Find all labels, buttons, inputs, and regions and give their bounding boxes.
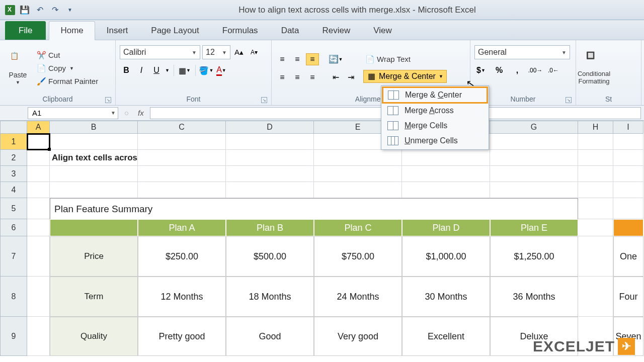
cell[interactable] — [578, 277, 613, 317]
tab-review[interactable]: Review — [311, 21, 362, 40]
align-top-button[interactable]: ≡ — [276, 53, 289, 65]
increase-decimal-button[interactable]: .00→ — [529, 64, 542, 76]
tab-data[interactable]: Data — [270, 21, 311, 40]
cell[interactable] — [138, 166, 226, 182]
currency-button[interactable]: $▼ — [474, 64, 488, 76]
cell[interactable] — [490, 166, 578, 182]
plan-header[interactable]: Plan C — [314, 219, 402, 236]
cell[interactable] — [578, 150, 613, 166]
plan-cell[interactable]: Very good — [314, 317, 402, 356]
cell[interactable] — [613, 198, 643, 219]
cell[interactable] — [226, 182, 314, 198]
plan-cell[interactable]: Four — [613, 277, 643, 317]
unmerge-cells-option[interactable]: Unmerge Cells — [382, 133, 488, 148]
plan-cell[interactable]: 24 Months — [314, 277, 402, 317]
cell[interactable] — [490, 134, 578, 150]
select-all-corner[interactable] — [0, 121, 27, 134]
wrap-text-button[interactable]: 📄Wrap Text — [363, 54, 447, 65]
cell[interactable] — [226, 134, 314, 150]
align-center-button[interactable]: ≡ — [291, 71, 304, 83]
cell[interactable] — [402, 150, 490, 166]
plan-cell[interactable]: Pretty good — [138, 317, 226, 356]
merge-and-center-option[interactable]: Merge & Center — [382, 86, 488, 104]
cell[interactable] — [27, 317, 50, 356]
percent-button[interactable]: % — [493, 64, 506, 76]
decrease-decimal-button[interactable]: .0← — [547, 64, 560, 76]
plan-cell[interactable]: $250.00 — [138, 236, 226, 277]
plan-cell[interactable]: Good — [226, 317, 314, 356]
plan-header-orange[interactable] — [613, 219, 643, 236]
save-button[interactable]: 💾 — [19, 5, 30, 16]
number-launcher[interactable]: ↘ — [566, 97, 572, 103]
borders-button[interactable]: ▦▼ — [178, 64, 191, 76]
col-header-D[interactable]: D — [226, 121, 314, 134]
row-header-8[interactable]: 8 — [0, 277, 27, 317]
italic-button[interactable]: I — [135, 64, 148, 76]
row-header-1[interactable]: 1 — [0, 134, 27, 150]
cell[interactable] — [578, 219, 613, 236]
increase-font-button[interactable]: A▴ — [232, 46, 246, 58]
merge-center-button[interactable]: ▦ Merge & Center ▼ — [363, 70, 447, 83]
row-header-6[interactable]: 6 — [0, 219, 27, 236]
plan-row-label[interactable]: Quality — [50, 317, 138, 356]
cell[interactable] — [613, 182, 643, 198]
cell[interactable] — [27, 219, 50, 236]
col-header-G[interactable]: G — [490, 121, 578, 134]
plan-cell[interactable]: 30 Months — [402, 277, 490, 317]
fill-color-button[interactable]: 🪣▼ — [200, 64, 213, 76]
paste-button[interactable]: 📋 Paste ▼ — [4, 52, 32, 85]
col-header-C[interactable]: C — [138, 121, 226, 134]
cell[interactable] — [578, 182, 613, 198]
cell-A1[interactable] — [27, 134, 50, 150]
tab-view[interactable]: View — [362, 21, 404, 40]
decrease-font-button[interactable]: A▾ — [248, 46, 261, 58]
plan-row-label[interactable]: Price — [50, 236, 138, 277]
plan-cell[interactable]: One — [613, 236, 643, 277]
cell[interactable] — [314, 150, 402, 166]
col-header-A[interactable]: A — [27, 121, 50, 134]
plan-title[interactable]: Plan Feature Summary — [50, 198, 578, 219]
align-middle-button[interactable]: ≡ — [291, 53, 304, 65]
undo-button[interactable]: ↶ — [34, 5, 45, 16]
tab-formulas[interactable]: Formulas — [211, 21, 270, 40]
plan-cell[interactable]: $750.00 — [314, 236, 402, 277]
plan-cell[interactable]: Excellent — [402, 317, 490, 356]
col-header-H[interactable]: H — [578, 121, 613, 134]
cell[interactable] — [490, 150, 578, 166]
cut-button[interactable]: ✂️Cut — [35, 50, 100, 61]
col-header-B[interactable]: B — [50, 121, 138, 134]
cancel-formula-button[interactable]: ○ — [121, 109, 132, 117]
conditional-formatting-button[interactable]: 🔲 Conditional Formatting — [580, 51, 608, 85]
font-size-combo[interactable]: 12▼ — [202, 45, 230, 59]
cell-B1[interactable] — [50, 134, 138, 150]
plan-cell[interactable]: 36 Months — [490, 277, 578, 317]
fx-button[interactable]: fx — [132, 109, 150, 117]
cell-B2[interactable]: Align text cells across cells with merge — [50, 150, 138, 166]
number-format-combo[interactable]: General▼ — [474, 45, 570, 59]
row-header-3[interactable]: 3 — [0, 166, 27, 182]
cell[interactable] — [314, 166, 402, 182]
cell[interactable] — [578, 134, 613, 150]
plan-cell[interactable]: 12 Months — [138, 277, 226, 317]
orientation-button[interactable]: 🔄▼ — [329, 53, 342, 65]
col-header-I[interactable]: I — [613, 121, 643, 134]
plan-cell[interactable]: 18 Months — [226, 277, 314, 317]
row-header-4[interactable]: 4 — [0, 182, 27, 198]
align-left-button[interactable]: ≡ — [276, 71, 289, 83]
tab-file[interactable]: File — [5, 21, 46, 40]
underline-button[interactable]: U — [150, 64, 163, 76]
plan-header[interactable]: Plan E — [490, 219, 578, 236]
cell[interactable] — [490, 182, 578, 198]
cell[interactable] — [578, 198, 613, 219]
redo-button[interactable]: ↷ — [49, 5, 60, 16]
cell[interactable] — [578, 236, 613, 277]
cell[interactable] — [27, 182, 50, 198]
increase-indent-button[interactable]: ⇥ — [344, 71, 357, 83]
plan-cell[interactable]: $1,250.00 — [490, 236, 578, 277]
cell[interactable] — [50, 166, 138, 182]
cell[interactable] — [226, 166, 314, 182]
plan-header[interactable]: Plan A — [138, 219, 226, 236]
decrease-indent-button[interactable]: ⇤ — [329, 71, 342, 83]
cell[interactable] — [402, 166, 490, 182]
row-header-5[interactable]: 5 — [0, 198, 27, 219]
